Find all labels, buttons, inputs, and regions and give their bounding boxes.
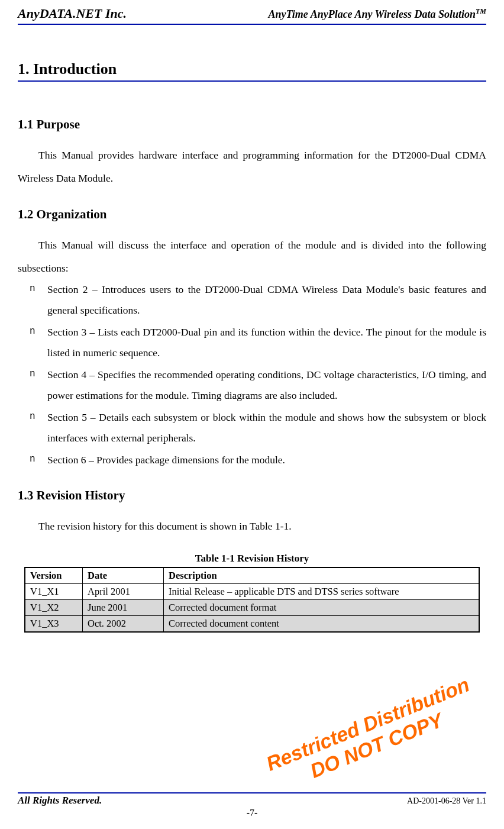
cell-version: V1_X1 [25,583,83,599]
bullet-list-1-2: Section 2 – Introduces users to the DT20… [18,279,486,470]
watermark-line-1: Restricted Distribution [263,673,472,776]
footer-row: All Rights Reserved. AD-2001-06-28 Ver 1… [18,795,486,807]
header-company: AnyDATA.NET Inc. [18,6,127,21]
table-row: V1_X2 June 2001 Corrected document forma… [25,599,479,615]
cell-date: Oct. 2002 [83,615,164,632]
watermark: Restricted Distribution DO NOT COPY [263,673,481,797]
watermark-line-2: DO NOT COPY [272,694,481,797]
col-version: Version [25,567,83,584]
header-rule [18,24,486,25]
para-1-1: This Manual provides hardware interface … [18,144,486,189]
heading-1-1: 1.1 Purpose [18,117,486,132]
heading-1-2: 1.2 Organization [18,207,486,222]
col-date: Date [83,567,164,584]
bullet-item: Section 3 – Lists each DT2000-Dual pin a… [47,322,486,363]
footer-left: All Rights Reserved. [18,795,102,807]
header-tagline: AnyTime AnyPlace Any Wireless Data Solut… [268,7,486,21]
cell-date: June 2001 [83,599,164,615]
cell-version: V1_X2 [25,599,83,615]
section-1-title: 1. Introduction [18,60,486,78]
heading-1-3: 1.3 Revision History [18,488,486,503]
document-page: AnyDATA.NET Inc. AnyTime AnyPlace Any Wi… [0,0,504,829]
cell-version: V1_X3 [25,615,83,632]
footer-right: AD-2001-06-28 Ver 1.1 [407,796,486,806]
footer-rule [18,792,486,793]
header-tm: TM [476,7,486,15]
table-1-1-caption: Table 1-1 Revision History [18,553,486,565]
table-row: V1_X3 Oct. 2002 Corrected document conte… [25,615,479,632]
para-1-3: The revision history for this document i… [18,515,486,538]
section-1-underline [18,80,486,82]
cell-desc: Initial Release – applicable DTS and DTS… [164,583,480,599]
bullet-item: Section 5 – Details each subsystem or bl… [47,407,486,449]
col-description: Description [164,567,480,584]
header-tagline-text: AnyTime AnyPlace Any Wireless Data Solut… [268,8,476,20]
cell-desc: Corrected document content [164,615,480,632]
cell-date: April 2001 [83,583,164,599]
table-header-row: Version Date Description [25,567,479,584]
page-footer: All Rights Reserved. AD-2001-06-28 Ver 1… [18,792,486,818]
bullet-item: Section 6 – Provides package dimensions … [47,450,486,470]
bullet-item: Section 2 – Introduces users to the DT20… [47,279,486,321]
page-header: AnyDATA.NET Inc. AnyTime AnyPlace Any Wi… [18,6,486,22]
table-row: V1_X1 April 2001 Initial Release – appli… [25,583,479,599]
para-1-2: This Manual will discuss the interface a… [18,234,486,279]
revision-history-table: Version Date Description V1_X1 April 200… [24,567,480,633]
cell-desc: Corrected document format [164,599,480,615]
bullet-item: Section 4 – Specifies the recommended op… [47,364,486,406]
footer-page-number: -7- [18,808,486,818]
